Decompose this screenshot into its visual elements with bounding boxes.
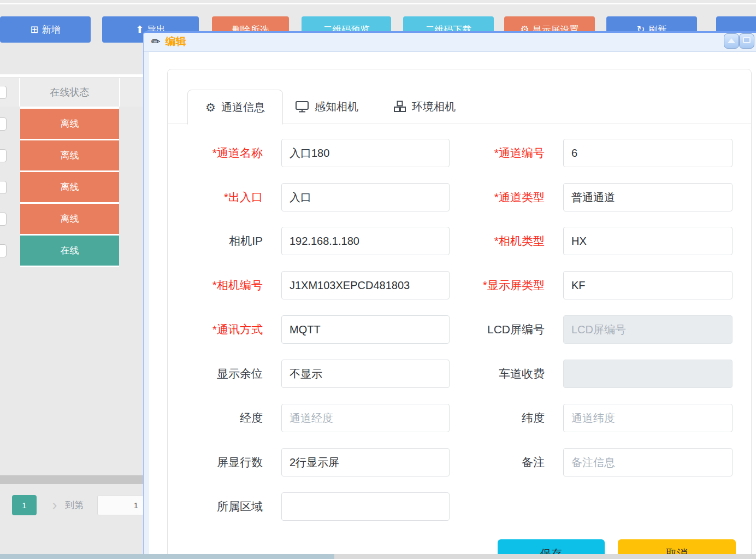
add-icon: ⊞ bbox=[30, 25, 38, 34]
edit-dialog: ✏ 编辑 ⚙ 通道信息 感知相机 bbox=[143, 31, 756, 559]
scrollbar-thumb[interactable] bbox=[0, 554, 334, 559]
column-divider bbox=[119, 78, 120, 107]
tab-channel-info[interactable]: ⚙ 通道信息 bbox=[187, 90, 283, 125]
tab-perception-camera-label: 感知相机 bbox=[315, 99, 358, 114]
export-icon: ⬆ bbox=[135, 25, 144, 34]
form-panel: ⚙ 通道信息 感知相机 环境相机 *通道名称 bbox=[167, 69, 752, 559]
collapse-dialog-button[interactable] bbox=[724, 33, 739, 49]
channel-no-input[interactable] bbox=[563, 139, 733, 167]
comm-method-input[interactable] bbox=[281, 315, 450, 344]
latitude-label: 纬度 bbox=[468, 404, 545, 432]
monitor-icon bbox=[295, 100, 309, 113]
table-header-row: 在线状态 bbox=[0, 78, 143, 107]
edit-dialog-title-text: 编辑 bbox=[166, 34, 186, 49]
lcd-no-label: LCD屏编号 bbox=[468, 315, 545, 344]
display-type-input[interactable] bbox=[563, 271, 733, 299]
maximize-dialog-button[interactable] bbox=[739, 33, 754, 49]
status-badge: 离线 bbox=[20, 204, 119, 234]
row-checkbox[interactable] bbox=[0, 244, 7, 257]
add-button[interactable]: ⊞新增 bbox=[0, 16, 91, 43]
channel-no-label: *通道编号 bbox=[468, 139, 545, 167]
tab-environment-camera-label: 环境相机 bbox=[412, 99, 456, 114]
camera-number-label: *相机编号 bbox=[186, 271, 263, 299]
pencil-icon: ✏ bbox=[151, 35, 161, 48]
longitude-input[interactable] bbox=[281, 404, 450, 432]
latitude-input[interactable] bbox=[563, 404, 733, 432]
pagination-goto-input[interactable] bbox=[97, 495, 146, 515]
maximize-icon bbox=[743, 37, 751, 43]
online-status-column-header: 在线状态 bbox=[20, 78, 119, 107]
lane-toll-label: 车道收费 bbox=[468, 360, 545, 388]
top-strip bbox=[0, 0, 756, 4]
row-checkbox[interactable] bbox=[0, 181, 7, 194]
channel-type-input[interactable] bbox=[563, 183, 733, 211]
tab-perception-camera[interactable]: 感知相机 bbox=[295, 90, 358, 123]
gate-direction-label: *出入口 bbox=[186, 183, 263, 211]
region-input[interactable] bbox=[281, 492, 450, 521]
channel-name-label: *通道名称 bbox=[186, 139, 263, 167]
screen-rows-label: 屏显行数 bbox=[186, 448, 263, 476]
pagination-next-icon[interactable]: › bbox=[45, 495, 64, 515]
pagination-page-1[interactable]: 1 bbox=[12, 495, 37, 515]
camera-number-input[interactable] bbox=[281, 271, 450, 299]
lcd-no-input bbox=[563, 315, 733, 344]
tab-channel-info-label: 通道信息 bbox=[221, 100, 265, 115]
tab-environment-camera[interactable]: 环境相机 bbox=[393, 90, 456, 123]
camera-type-label: *相机类型 bbox=[468, 227, 545, 255]
collapse-icon bbox=[728, 38, 735, 43]
row-checkbox[interactable] bbox=[0, 149, 7, 162]
lane-toll-input bbox=[563, 360, 733, 388]
channel-type-label: *通道类型 bbox=[468, 183, 545, 211]
gear-icon: ⚙ bbox=[205, 102, 216, 113]
status-badge: 离线 bbox=[20, 172, 119, 202]
status-badge: 离线 bbox=[20, 109, 119, 139]
camera-ip-input[interactable] bbox=[281, 227, 450, 255]
show-remaining-label: 显示余位 bbox=[186, 360, 263, 388]
channel-name-input[interactable] bbox=[281, 139, 450, 167]
status-badge: 离线 bbox=[20, 140, 119, 170]
row-checkbox[interactable] bbox=[0, 213, 7, 226]
gate-direction-input[interactable] bbox=[281, 183, 450, 211]
row-checkbox[interactable] bbox=[0, 117, 7, 131]
edit-dialog-header: ✏ 编辑 bbox=[144, 33, 756, 52]
add-button-label: 新增 bbox=[42, 23, 61, 36]
region-label: 所属区域 bbox=[186, 492, 263, 521]
select-all-checkbox[interactable] bbox=[0, 86, 7, 99]
screen-rows-input[interactable] bbox=[281, 448, 450, 476]
pagination-goto-label: 到第 bbox=[65, 495, 84, 515]
camera-ip-label: 相机IP bbox=[186, 227, 263, 255]
edit-dialog-body: ⚙ 通道信息 感知相机 环境相机 *通道名称 bbox=[149, 52, 756, 558]
page-horizontal-scrollbar[interactable] bbox=[0, 554, 756, 559]
remark-label: 备注 bbox=[468, 448, 545, 476]
column-divider bbox=[19, 78, 20, 107]
table-top-separator bbox=[0, 74, 143, 77]
comm-method-label: *通讯方式 bbox=[186, 315, 263, 344]
remark-input[interactable] bbox=[563, 448, 733, 476]
status-badge: 在线 bbox=[20, 236, 119, 266]
display-type-label: *显示屏类型 bbox=[468, 271, 545, 299]
longitude-label: 经度 bbox=[186, 404, 263, 432]
table-horizontal-scrollbar[interactable] bbox=[0, 475, 143, 484]
show-remaining-input[interactable] bbox=[281, 360, 450, 388]
camera-type-input[interactable] bbox=[563, 227, 733, 255]
edit-dialog-title: ✏ 编辑 bbox=[151, 34, 186, 49]
cubes-icon bbox=[393, 101, 406, 113]
